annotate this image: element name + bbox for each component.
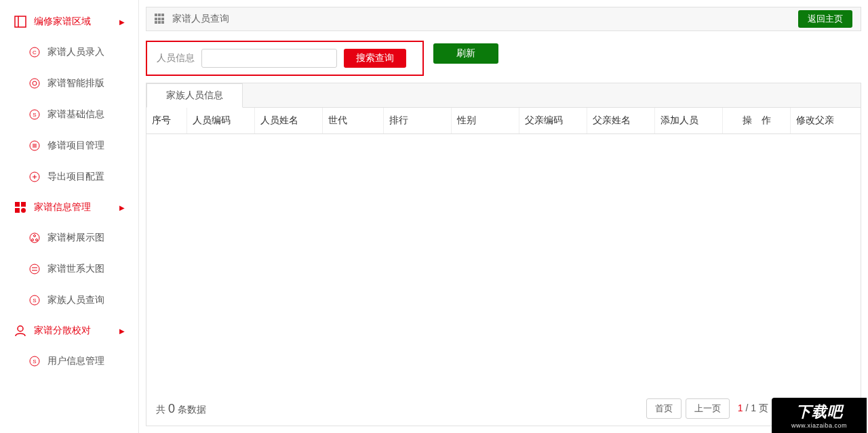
svg-rect-13 — [15, 202, 20, 207]
col-operation: 操 作 — [723, 108, 791, 133]
col-rank: 排行 — [384, 108, 452, 133]
grid-icon — [14, 201, 27, 214]
svg-text:S: S — [33, 297, 36, 304]
first-page-button[interactable]: 首页 — [646, 398, 682, 419]
search-button[interactable]: 搜索查询 — [344, 49, 406, 68]
svg-rect-15 — [15, 208, 20, 213]
search-row: 人员信息 搜索查询 刷新 — [146, 31, 861, 76]
svg-text:S: S — [33, 112, 36, 118]
table-header: 序号 人员编码 人员姓名 世代 排行 性别 父亲编码 父亲姓名 添加人员 操 作… — [146, 108, 861, 134]
sidebar-item-person-entry[interactable]: C 家谱人员录入 — [0, 37, 138, 68]
sidebar-item-label: 导出项目配置 — [47, 171, 104, 183]
sidebar-item-user-mgmt[interactable]: S 用户信息管理 — [0, 346, 138, 377]
sidebar-item-label: 用户信息管理 — [47, 355, 104, 367]
page-word: 页 — [759, 403, 768, 413]
sidebar-item-basic-info[interactable]: S 家谱基础信息 — [0, 99, 138, 130]
tab-family-members[interactable]: 家族人员信息 — [146, 83, 243, 108]
refresh-button[interactable]: 刷新 — [433, 43, 498, 64]
col-person-code: 人员编码 — [187, 108, 255, 133]
chevron-right-icon: ▶ — [119, 18, 125, 26]
pagination: 首页 上一页 1 / 1 页 下一页 尾 — [646, 398, 851, 419]
page-sep: / — [746, 403, 749, 413]
sidebar-item-smart-layout[interactable]: 家谱智能排版 — [0, 68, 138, 99]
search-box-highlight: 人员信息 搜索查询 — [146, 41, 424, 76]
svg-rect-14 — [21, 202, 26, 207]
search-label: 人员信息 — [157, 52, 195, 64]
svg-text:C: C — [33, 49, 37, 56]
sidebar-item-label: 家谱基础信息 — [47, 108, 104, 121]
col-father-name: 父亲姓名 — [587, 108, 655, 133]
last-page-button[interactable]: 尾 — [825, 398, 851, 419]
sidebar-item-label: 家谱树展示图 — [47, 232, 104, 244]
data-panel: 家族人员信息 序号 人员编码 人员姓名 世代 排行 性别 父亲编码 父亲姓名 添… — [146, 83, 861, 426]
sidebar-item-label: 家谱智能排版 — [47, 77, 104, 89]
gear-icon — [28, 77, 41, 89]
sidebar-item-project-mgmt[interactable]: 修谱项目管理 — [0, 130, 138, 161]
user-icon — [14, 324, 27, 337]
svg-point-26 — [18, 326, 23, 331]
sidebar-item-label: 家族人员查询 — [47, 294, 104, 306]
circle-c-icon: C — [28, 46, 41, 58]
total-pages: 1 — [751, 403, 756, 413]
count-suffix: 条数据 — [178, 404, 206, 416]
chevron-right-icon: ▶ — [119, 327, 125, 335]
topbar: 家谱人员查询 返回主页 — [146, 7, 861, 31]
sidebar-item-label: 家谱世系大图 — [47, 263, 104, 275]
svg-point-16 — [21, 208, 26, 213]
tabs: 家族人员信息 — [146, 83, 861, 108]
sidebar-item-person-query[interactable]: S 家族人员查询 — [0, 285, 138, 316]
chart-icon — [28, 263, 41, 275]
sidebar-section-info-mgmt[interactable]: 家谱信息管理 ▶ — [0, 192, 138, 222]
tree-icon — [28, 232, 41, 244]
sidebar-item-export-config[interactable]: 导出项目配置 — [0, 161, 138, 192]
col-person-name: 人员姓名 — [255, 108, 323, 133]
list-icon — [28, 140, 41, 152]
svg-rect-0 — [15, 16, 26, 27]
count-number: 0 — [168, 402, 175, 416]
svg-text:S: S — [33, 358, 36, 365]
sidebar-section-label: 编修家谱区域 — [34, 16, 91, 28]
svg-point-21 — [30, 264, 39, 274]
svg-point-19 — [32, 239, 34, 241]
col-modify-father: 修改父亲 — [791, 108, 861, 133]
sidebar-section-label: 家谱信息管理 — [34, 201, 91, 213]
next-page-button[interactable]: 下一页 — [776, 398, 821, 419]
layout-icon — [14, 15, 27, 28]
circle-s-icon: S — [28, 355, 41, 367]
sidebar-section-proofread[interactable]: 家谱分散校对 ▶ — [0, 316, 138, 346]
col-index: 序号 — [146, 108, 187, 133]
circle-s-icon: S — [28, 108, 41, 121]
col-generation: 世代 — [323, 108, 384, 133]
sidebar-item-label: 修谱项目管理 — [47, 140, 104, 152]
page-title: 家谱人员查询 — [172, 13, 229, 25]
sidebar-item-lineage-chart[interactable]: 家谱世系大图 — [0, 253, 138, 285]
svg-point-5 — [33, 81, 37, 85]
export-icon — [28, 171, 41, 183]
col-add-person: 添加人员 — [655, 108, 723, 133]
sidebar: 编修家谱区域 ▶ C 家谱人员录入 家谱智能排版 S 家谱基础信息 修谱项目管理… — [0, 0, 139, 433]
record-count: 共 0 条数据 — [156, 402, 206, 416]
page-info: 1 / 1 页 — [734, 403, 772, 415]
chevron-right-icon: ▶ — [119, 204, 125, 211]
main-content: 家谱人员查询 返回主页 人员信息 搜索查询 刷新 家族人员信息 序号 人员编码 … — [139, 0, 868, 433]
search-circle-icon: S — [28, 294, 41, 306]
col-father-code: 父亲编码 — [519, 108, 587, 133]
sidebar-section-label: 家谱分散校对 — [34, 325, 91, 337]
sidebar-item-label: 家谱人员录入 — [47, 46, 104, 58]
svg-point-18 — [34, 235, 36, 237]
back-home-button[interactable]: 返回主页 — [798, 10, 852, 28]
sidebar-item-tree-view[interactable]: 家谱树展示图 — [0, 222, 138, 253]
col-gender: 性别 — [452, 108, 519, 133]
grid-small-icon — [155, 14, 165, 24]
current-page: 1 — [738, 403, 743, 413]
svg-point-4 — [30, 79, 39, 88]
table-body — [146, 134, 861, 392]
count-prefix: 共 — [156, 404, 165, 416]
sidebar-section-genealogy-edit[interactable]: 编修家谱区域 ▶ — [0, 7, 138, 37]
svg-point-20 — [36, 239, 38, 241]
table-footer: 共 0 条数据 首页 上一页 1 / 1 页 下一页 尾 — [146, 392, 861, 426]
prev-page-button[interactable]: 上一页 — [686, 398, 730, 419]
person-info-input[interactable] — [201, 49, 337, 68]
